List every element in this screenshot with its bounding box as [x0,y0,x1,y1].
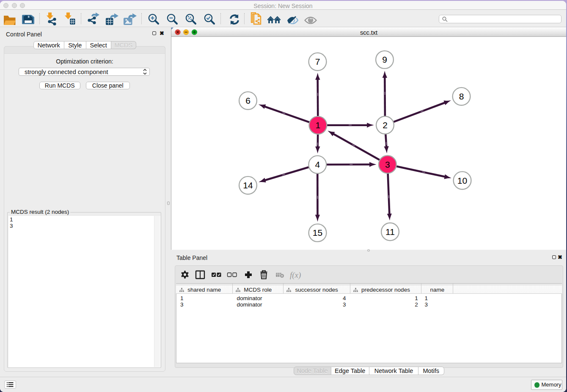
svg-text:4: 4 [315,160,320,169]
svg-text:2: 2 [383,120,388,130]
svg-text:9: 9 [382,55,387,64]
svg-text:14: 14 [243,180,253,190]
svg-text:1: 1 [316,120,321,130]
svg-text:10: 10 [457,176,467,185]
svg-text:3: 3 [385,160,390,169]
svg-text:6: 6 [245,96,250,105]
svg-text:7: 7 [315,57,320,66]
svg-text:f(x): f(x) [290,271,301,280]
svg-text:15: 15 [313,228,322,237]
svg-text:11: 11 [385,227,395,237]
svg-text:8: 8 [459,91,464,101]
